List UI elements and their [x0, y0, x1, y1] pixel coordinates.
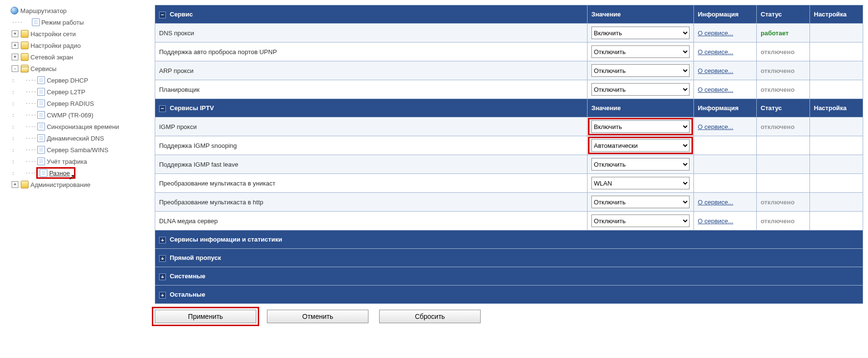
tree-label: Разное — [49, 170, 70, 177]
button-bar: Применить Отменить Сбросить — [155, 310, 863, 323]
tree-item[interactable]: : ····Разное↖ — [10, 167, 150, 179]
apply-button[interactable]: Применить — [155, 310, 256, 323]
tree-item[interactable]: ···· Режим работы — [10, 16, 150, 28]
service-settings — [810, 117, 863, 136]
page-icon — [37, 100, 45, 107]
col-settings: Настройка — [810, 99, 863, 117]
tree-label: Синхронизация времени — [47, 123, 119, 130]
col-status: Статус — [757, 5, 810, 24]
col-settings: Настройка — [810, 5, 863, 24]
service-value-cell: Отключить — [588, 80, 694, 99]
service-name: ARP прокси — [155, 61, 588, 80]
service-name: Поддержка IGMP snooping — [155, 136, 588, 155]
service-value-select[interactable]: WLAN — [591, 177, 690, 189]
about-service-link[interactable]: О сервисе... — [698, 123, 733, 130]
expand-icon[interactable]: + — [159, 273, 166, 280]
service-value-cell: Отключить — [588, 212, 694, 230]
service-value-select[interactable]: Отключить — [591, 215, 690, 227]
col-status: Статус — [757, 99, 810, 117]
service-info — [694, 155, 757, 174]
tree-label: Учёт трафика — [47, 158, 87, 165]
service-status — [757, 174, 810, 193]
service-settings — [810, 136, 863, 155]
col-value: Значение — [588, 99, 694, 117]
tree-item[interactable]: : ····Синхронизация времени — [10, 121, 150, 132]
service-name: IGMP прокси — [155, 117, 588, 136]
service-value-select[interactable]: Отключить — [591, 158, 690, 171]
about-service-link[interactable]: О сервисе... — [698, 217, 733, 225]
service-value-select[interactable]: Включить — [591, 27, 690, 39]
table-row: Поддержка IGMP snoopingАвтоматически — [155, 136, 863, 155]
service-value-select[interactable]: Отключить — [591, 45, 690, 58]
globe-icon — [11, 7, 18, 14]
tree-item[interactable]: + Администрирование — [10, 179, 150, 190]
section-header[interactable]: +Прямой пропуск — [155, 249, 863, 267]
col-service: −Сервис — [155, 5, 588, 24]
section-header[interactable]: +Остальные — [155, 286, 863, 304]
tree-expander[interactable]: + — [12, 42, 18, 49]
col-service: −Сервисы IPTV — [155, 99, 588, 117]
folder-icon — [21, 30, 29, 38]
tree-item[interactable]: : ····Динамический DNS — [10, 132, 150, 144]
service-settings — [810, 80, 863, 99]
service-settings — [810, 174, 863, 193]
table-row: Поддержка авто проброса портов UPNPОтклю… — [155, 43, 863, 61]
service-value-select[interactable]: Автоматически — [591, 139, 690, 152]
expand-icon[interactable]: + — [159, 255, 166, 262]
tree-label: Сервер Samba/WINS — [47, 146, 108, 154]
tree-item[interactable]: : ····Сервер L2TP — [10, 86, 150, 98]
about-service-link[interactable]: О сервисе... — [698, 199, 733, 206]
about-service-link[interactable]: О сервисе... — [698, 48, 733, 56]
expand-icon[interactable]: + — [159, 237, 166, 243]
tree-expander[interactable]: - — [12, 65, 18, 72]
section-header[interactable]: +Системные — [155, 267, 863, 286]
service-value-cell: Включить — [588, 24, 694, 43]
tree-item[interactable]: + Настройки радио — [10, 40, 150, 51]
tree-item-services[interactable]: - Сервисы — [10, 63, 150, 74]
collapse-icon[interactable]: − — [159, 105, 166, 112]
tree-item[interactable]: : ····Сервер DHCP — [10, 74, 150, 86]
section-header[interactable]: +Сервисы информации и статистики — [155, 230, 863, 249]
tree-expander[interactable]: + — [12, 181, 18, 188]
folder-icon — [21, 181, 29, 188]
service-settings — [810, 24, 863, 43]
tree-item[interactable]: + Настройки сети — [10, 28, 150, 40]
tree-item[interactable]: + Сетевой экран — [10, 51, 150, 63]
service-name: Преобразование мультикаста в уникаст — [155, 174, 588, 193]
table-row: IGMP проксиВключитьО сервисе...отключено — [155, 117, 863, 136]
tree-item[interactable]: : ····Учёт трафика — [10, 156, 150, 167]
service-info: О сервисе... — [694, 212, 757, 230]
reset-button[interactable]: Сбросить — [379, 310, 481, 323]
table-row: Преобразование мультикаста в уникастWLAN — [155, 174, 863, 193]
tree-item[interactable]: : ····CWMP (TR-069) — [10, 109, 150, 121]
page-icon — [37, 76, 45, 84]
service-value-cell: Отключить — [588, 155, 694, 174]
about-service-link[interactable]: О сервисе... — [698, 29, 733, 37]
table-row: ARP проксиОтключитьО сервисе...отключено — [155, 61, 863, 80]
tree-root[interactable]: Маршрутизатор — [10, 5, 150, 16]
service-value-select[interactable]: Отключить — [591, 196, 690, 208]
tree-expander[interactable]: + — [12, 30, 18, 37]
tree-expander[interactable]: + — [12, 54, 18, 60]
service-status: отключено — [757, 61, 810, 80]
tree-item[interactable]: : ····Сервер RADIUS — [10, 98, 150, 109]
service-name: DLNA медиа сервер — [155, 212, 588, 230]
service-settings — [810, 155, 863, 174]
table-row: ПланировщикОтключитьО сервисе...отключен… — [155, 80, 863, 99]
service-status — [757, 136, 810, 155]
nav-tree: Маршрутизатор ···· Режим работы + Настро… — [5, 5, 150, 323]
service-value-select[interactable]: Отключить — [591, 83, 690, 96]
service-name: DNS прокси — [155, 24, 588, 43]
collapse-icon[interactable]: − — [159, 12, 166, 18]
service-value-select[interactable]: Включить — [591, 120, 690, 133]
service-value-select[interactable]: Отключить — [591, 64, 690, 77]
service-info: О сервисе... — [694, 117, 757, 136]
about-service-link[interactable]: О сервисе... — [698, 86, 733, 93]
expand-icon[interactable]: + — [159, 292, 166, 299]
service-name: Планировщик — [155, 80, 588, 99]
service-settings — [810, 61, 863, 80]
cancel-button[interactable]: Отменить — [267, 310, 368, 323]
about-service-link[interactable]: О сервисе... — [698, 67, 733, 74]
tree-item[interactable]: : ····Сервер Samba/WINS — [10, 144, 150, 156]
service-value-cell: Отключить — [588, 193, 694, 212]
